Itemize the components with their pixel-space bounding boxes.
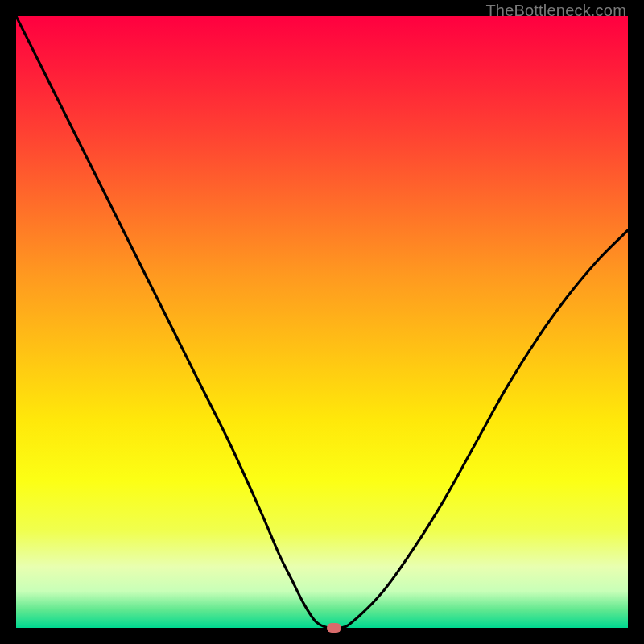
plot-area — [16, 16, 628, 628]
optimum-marker — [327, 623, 341, 633]
chart-frame: TheBottleneck.com — [0, 0, 644, 644]
bottleneck-curve-path — [16, 16, 628, 628]
curve-svg — [16, 16, 628, 628]
